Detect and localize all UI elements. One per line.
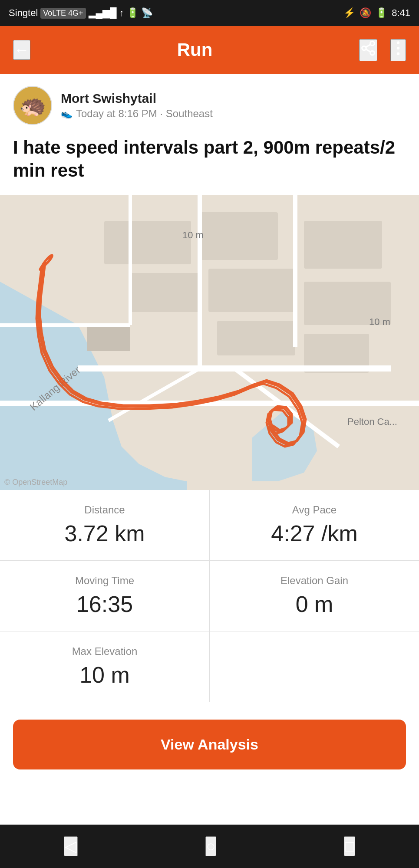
stats-row-1: Distance 3.72 km Avg Pace 4:27 /km (0, 490, 419, 561)
header-actions (359, 39, 406, 61)
elevation-gain-value: 0 m (227, 591, 402, 617)
stat-empty (210, 653, 419, 681)
nav-home-button[interactable]: ○ (205, 836, 217, 856)
carrier-label: Singtel (9, 7, 38, 19)
back-button[interactable]: ← (13, 40, 30, 60)
status-right: ⚡ 🔕 🔋 8:41 (343, 7, 410, 19)
page-title: Run (177, 39, 213, 60)
distance-label: Distance (17, 504, 192, 516)
avatar-image: 🦔 (14, 87, 51, 124)
distance-value: 3.72 km (17, 520, 192, 546)
bottom-nav: ◁ ○ □ (0, 825, 419, 868)
status-left: Singtel VoLTE 4G+ ▂▄▆█ ↑ 🔋 📡 (9, 7, 153, 19)
svg-point-7 (397, 52, 399, 55)
svg-text:10 m: 10 m (369, 316, 390, 327)
svg-rect-17 (217, 321, 295, 355)
header: ← Run (0, 26, 419, 74)
svg-rect-19 (87, 325, 130, 351)
nav-back-button[interactable]: ◁ (64, 836, 78, 856)
svg-line-4 (366, 44, 371, 47)
svg-rect-14 (208, 269, 295, 312)
max-elevation-value: 10 m (17, 662, 192, 688)
battery-charging-icon: 🔋 (127, 7, 139, 19)
svg-rect-11 (104, 221, 191, 264)
signal-icon: ▂▄▆█ (89, 7, 117, 19)
stat-elevation-gain: Elevation Gain 0 m (210, 561, 419, 631)
cast-icon: 📡 (141, 7, 153, 19)
nav-recents-button[interactable]: □ (344, 836, 355, 856)
avg-pace-value: 4:27 /km (227, 520, 402, 546)
activity-meta: Today at 8:16 PM · Southeast (76, 108, 213, 120)
upload-icon: ↑ (119, 7, 124, 19)
user-info: Mort Swishytail 👟 Today at 8:16 PM · Sou… (61, 91, 213, 120)
svg-text:© OpenStreetMap: © OpenStreetMap (4, 478, 67, 487)
map-container[interactable]: Kallang River 10 m 10 m Pelton Ca... © O… (0, 195, 419, 490)
bluetooth-icon: ⚡ (343, 7, 355, 19)
view-analysis-button[interactable]: View Analysis (13, 720, 406, 769)
svg-text:Pelton Ca...: Pelton Ca... (347, 416, 397, 427)
stat-moving-time: Moving Time 16:35 (0, 561, 210, 631)
status-bar: Singtel VoLTE 4G+ ▂▄▆█ ↑ 🔋 📡 ⚡ 🔕 🔋 8:41 (0, 0, 419, 26)
moving-time-label: Moving Time (17, 575, 192, 587)
avg-pace-label: Avg Pace (227, 504, 402, 516)
svg-rect-12 (200, 212, 278, 260)
shoe-icon: 👟 (61, 108, 73, 119)
svg-rect-15 (304, 221, 382, 269)
user-section: 🦔 Mort Swishytail 👟 Today at 8:16 PM · S… (0, 74, 419, 132)
stat-avg-pace: Avg Pace 4:27 /km (210, 490, 419, 560)
user-meta: 👟 Today at 8:16 PM · Southeast (61, 108, 213, 120)
battery-icon: 🔋 (376, 7, 387, 19)
moving-time-value: 16:35 (17, 591, 192, 617)
svg-line-3 (366, 49, 371, 52)
user-name: Mort Swishytail (61, 91, 213, 106)
stats-section: Distance 3.72 km Avg Pace 4:27 /km Movin… (0, 490, 419, 702)
time-label: 8:41 (392, 7, 410, 19)
stats-row-2: Moving Time 16:35 Elevation Gain 0 m (0, 561, 419, 631)
svg-point-6 (397, 46, 399, 49)
svg-rect-13 (130, 273, 200, 312)
more-menu-button[interactable] (390, 39, 406, 61)
stats-row-3: Max Elevation 10 m (0, 631, 419, 702)
stat-distance: Distance 3.72 km (0, 490, 210, 560)
carrier-type-label: VoLTE 4G+ (40, 8, 86, 19)
activity-title: I hate speed intervals part 2, 900m repe… (0, 132, 419, 195)
svg-point-5 (397, 41, 399, 44)
share-button[interactable] (359, 39, 377, 61)
stat-max-elevation: Max Elevation 10 m (0, 631, 210, 702)
svg-text:10 m: 10 m (182, 230, 204, 240)
mute-icon: 🔕 (360, 7, 371, 19)
elevation-gain-label: Elevation Gain (227, 575, 402, 587)
map-svg: Kallang River 10 m 10 m Pelton Ca... © O… (0, 195, 419, 490)
max-elevation-label: Max Elevation (17, 645, 192, 658)
avatar[interactable]: 🦔 (13, 86, 52, 125)
